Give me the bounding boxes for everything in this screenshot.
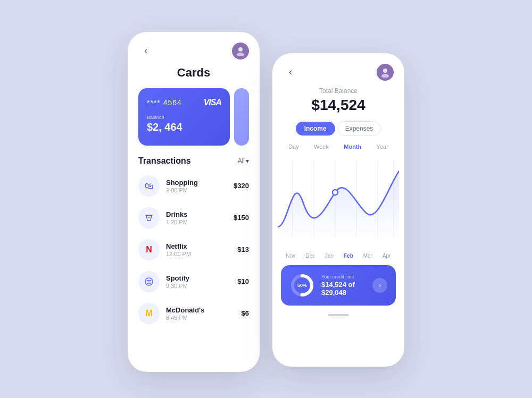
tx-name: McDonald's [166, 306, 235, 314]
tx-name: Spotify [166, 274, 231, 282]
tx-amount: $13 [237, 245, 249, 253]
card-brand: VISA [204, 98, 221, 107]
tx-name: Shopping [166, 179, 227, 187]
shopping-icon: 🛍 [138, 175, 160, 197]
card-section: **** 4564 VISA Balance $2, 464 [128, 88, 260, 146]
period-year[interactable]: Year [375, 142, 390, 151]
phones-container: ‹ Cards **** 4564 VISA Balance $2, 464 [128, 32, 404, 372]
tx-time: 9:30 PM [166, 283, 231, 289]
back-button[interactable]: ‹ [138, 44, 153, 58]
tx-time: 2:00 PM [166, 187, 227, 193]
tx-time: 8:45 PM [166, 315, 235, 321]
right-phone: ‹ Total Balance $14,524 Income Expenses … [272, 53, 404, 367]
month-dec: Dec [305, 253, 315, 259]
period-week[interactable]: Week [312, 142, 331, 151]
back-arrow-icon: ‹ [289, 66, 292, 78]
mcdonalds-icon: M [138, 303, 160, 324]
svg-point-3 [383, 69, 387, 73]
tx-info: Drinks 1:20 PM [166, 210, 227, 225]
avatar[interactable] [232, 43, 249, 60]
month-nov: Nov [286, 253, 295, 259]
month-mar: Mar [363, 253, 372, 259]
card-balance-label: Balance [147, 115, 221, 120]
transactions-title: Transactions [138, 156, 191, 166]
credit-limit-card[interactable]: 50% Your credit limit $14,524 of $29,048… [281, 265, 396, 306]
svg-point-1 [237, 53, 244, 56]
back-button[interactable]: ‹ [283, 65, 298, 80]
transactions-header: Transactions All ▾ [128, 146, 260, 170]
month-jan: Jan [325, 253, 334, 259]
card-balance-amount: $2, 464 [147, 121, 221, 133]
tx-info: Shopping 2:00 PM [166, 179, 227, 193]
tab-income[interactable]: Income [296, 122, 335, 136]
card-number-row: **** 4564 VISA [147, 98, 221, 107]
donut-percentage: 50% [297, 283, 307, 288]
tx-time: 12:00 PM [166, 251, 231, 257]
left-phone-header: ‹ [128, 32, 260, 64]
tx-info: Netflix 12:00 PM [166, 242, 231, 257]
list-item[interactable]: 🛍 Shopping 2:00 PM $320 [128, 170, 260, 202]
tabs-row: Income Expenses [272, 121, 404, 142]
credit-chevron-button[interactable]: › [372, 278, 387, 293]
chart-svg [278, 155, 399, 251]
home-indicator [328, 314, 349, 316]
credit-card[interactable]: **** 4564 VISA Balance $2, 464 [138, 88, 230, 146]
tx-info: Spotify 9:30 PM [166, 274, 231, 289]
tx-name: Drinks [166, 210, 227, 218]
month-labels: Nov Dec Jan Feb Mar Apr [272, 251, 404, 265]
balance-amount: $14,524 [272, 97, 404, 114]
period-month[interactable]: Month [342, 142, 363, 151]
tx-amount: $10 [237, 277, 249, 285]
list-item[interactable]: M McDonald's 8:45 PM $6 [128, 298, 260, 329]
tab-expenses[interactable]: Expenses [337, 121, 381, 136]
tx-name: Netflix [166, 242, 231, 250]
period-day[interactable]: Day [286, 142, 301, 151]
period-row: Day Week Month Year [272, 142, 404, 155]
month-apr: Apr [383, 253, 391, 259]
spotify-icon [138, 271, 160, 292]
filter-button[interactable]: All ▾ [238, 157, 249, 165]
credit-info: Your credit limit $14,524 of $29,048 [321, 274, 366, 297]
right-phone-header: ‹ [272, 53, 404, 85]
svg-point-0 [238, 47, 243, 52]
tx-amount: $320 [234, 182, 249, 190]
balance-section: Total Balance $14,524 [272, 85, 404, 121]
left-phone: ‹ Cards **** 4564 VISA Balance $2, 464 [128, 32, 260, 372]
month-feb: Feb [344, 253, 353, 259]
list-item[interactable]: Drinks 1:20 PM $150 [128, 202, 260, 234]
chart-container [272, 155, 404, 251]
back-arrow-icon: ‹ [144, 45, 147, 56]
donut-chart: 50% [289, 273, 315, 298]
avatar[interactable] [377, 64, 394, 81]
svg-point-4 [381, 74, 389, 78]
credit-label: Your credit limit [321, 274, 366, 280]
tx-info: McDonald's 8:45 PM [166, 306, 235, 321]
svg-point-11 [332, 190, 338, 195]
tx-time: 1:20 PM [166, 219, 227, 225]
list-item[interactable]: Spotify 9:30 PM $10 [128, 266, 260, 298]
netflix-icon: N [138, 239, 160, 260]
drinks-icon [138, 207, 160, 228]
page-title: Cards [128, 64, 260, 88]
card-stub [234, 88, 249, 146]
card-number: **** 4564 [147, 98, 182, 107]
tx-amount: $6 [242, 309, 249, 317]
list-item[interactable]: N Netflix 12:00 PM $13 [128, 234, 260, 266]
balance-label: Total Balance [272, 87, 404, 95]
tx-amount: $150 [234, 214, 249, 222]
credit-amount: $14,524 of $29,048 [321, 281, 366, 297]
